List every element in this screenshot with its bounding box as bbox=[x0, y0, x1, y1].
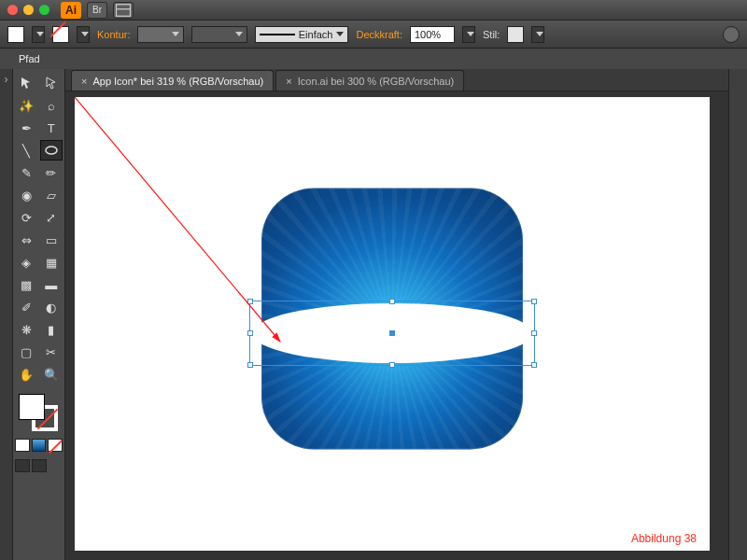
stroke-dropdown[interactable] bbox=[77, 26, 90, 43]
document-tabs: × App Icon* bei 319 % (RGB/Vorschau) × I… bbox=[65, 69, 728, 91]
tab-label: Icon.ai bei 300 % (RGB/Vorschau) bbox=[298, 76, 455, 87]
center-handle[interactable] bbox=[389, 330, 395, 336]
type-tool[interactable]: T bbox=[40, 118, 63, 138]
normal-screen-mode[interactable] bbox=[15, 459, 30, 472]
hand-tool[interactable]: ✋ bbox=[15, 364, 38, 385]
panel-expand-strip[interactable]: › bbox=[0, 69, 13, 560]
line-tool[interactable]: ╲ bbox=[15, 140, 38, 161]
gradient-mode[interactable] bbox=[32, 439, 47, 452]
close-window-button[interactable] bbox=[7, 5, 18, 15]
fill-stroke-indicator[interactable] bbox=[15, 392, 62, 433]
magic-wand-tool[interactable]: ✨ bbox=[15, 95, 38, 116]
resize-handle[interactable] bbox=[531, 362, 537, 368]
resize-handle[interactable] bbox=[247, 299, 253, 304]
stroke-preview-icon bbox=[260, 34, 294, 35]
full-screen-mode[interactable] bbox=[32, 459, 47, 472]
blob-brush-tool[interactable]: ◉ bbox=[15, 185, 38, 205]
tools-panel: ✨ ⌕ ✒ T ╲ ✎ ✏ ◉ ▱ ⟳ ⤢ ⇔ ▭ ◈ ▦ bbox=[13, 69, 65, 560]
none-mode[interactable] bbox=[48, 439, 63, 452]
rotate-tool[interactable]: ⟳ bbox=[15, 207, 38, 228]
color-mode[interactable] bbox=[15, 439, 30, 452]
pen-tool[interactable]: ✒ bbox=[15, 118, 38, 138]
stroke-label: Kontur: bbox=[97, 29, 130, 40]
fill-swatch[interactable] bbox=[7, 26, 24, 43]
svg-point-2 bbox=[46, 147, 57, 154]
artboard-tool[interactable]: ▢ bbox=[15, 342, 38, 362]
perspective-grid-tool[interactable]: ▦ bbox=[40, 252, 63, 273]
shape-builder-tool[interactable]: ◈ bbox=[15, 252, 38, 273]
blend-tool[interactable]: ◐ bbox=[40, 297, 63, 317]
gradient-tool[interactable]: ▬ bbox=[40, 274, 63, 295]
eraser-tool[interactable]: ▱ bbox=[40, 185, 63, 205]
pencil-tool[interactable]: ✏ bbox=[40, 162, 63, 183]
eyedropper-tool[interactable]: ✐ bbox=[15, 297, 38, 317]
chevron-right-icon: › bbox=[5, 73, 8, 86]
mesh-tool[interactable]: ▩ bbox=[15, 274, 38, 295]
resize-handle[interactable] bbox=[531, 330, 537, 336]
slice-tool[interactable]: ✂ bbox=[40, 342, 63, 362]
selection-tool[interactable] bbox=[15, 73, 38, 93]
scale-tool[interactable]: ⤢ bbox=[40, 207, 63, 228]
close-tab-icon[interactable]: × bbox=[81, 76, 87, 87]
stroke-width-profile[interactable] bbox=[191, 26, 247, 43]
tab-label: App Icon* bei 319 % (RGB/Vorschau) bbox=[92, 76, 263, 87]
sync-settings-icon[interactable] bbox=[723, 26, 740, 43]
width-tool[interactable]: ⇔ bbox=[15, 230, 38, 250]
control-bar: Kontur: Einfach Deckkraft: 100% Stil: bbox=[0, 21, 747, 49]
brush-definition[interactable]: Einfach bbox=[255, 26, 348, 43]
selection-bounding-box[interactable] bbox=[249, 301, 535, 366]
zoom-window-button[interactable] bbox=[39, 5, 49, 15]
window-titlebar: Ai Br bbox=[0, 0, 747, 21]
minimize-window-button[interactable] bbox=[23, 5, 34, 15]
fill-indicator[interactable] bbox=[19, 394, 45, 420]
ellipse-tool[interactable] bbox=[40, 140, 63, 161]
stroke-weight-input[interactable] bbox=[137, 26, 184, 43]
bridge-button[interactable]: Br bbox=[87, 2, 107, 19]
screen-modes bbox=[15, 459, 63, 472]
document-tab-inactive[interactable]: × Icon.ai bei 300 % (RGB/Vorschau) bbox=[275, 70, 464, 91]
layout-menu-button[interactable] bbox=[113, 2, 134, 19]
document-area: × App Icon* bei 319 % (RGB/Vorschau) × I… bbox=[65, 69, 728, 560]
column-graph-tool[interactable]: ▮ bbox=[40, 319, 63, 340]
opacity-input[interactable]: 100% bbox=[410, 26, 455, 43]
color-modes bbox=[15, 439, 63, 452]
opacity-label: Deckkraft: bbox=[356, 29, 402, 40]
resize-handle[interactable] bbox=[247, 362, 253, 368]
right-panel-rail[interactable] bbox=[728, 69, 747, 560]
paintbrush-tool[interactable]: ✎ bbox=[15, 162, 38, 183]
symbol-sprayer-tool[interactable]: ❋ bbox=[15, 319, 38, 340]
canvas[interactable]: Abbildung 38 bbox=[65, 91, 728, 560]
figure-caption: Abbildung 38 bbox=[631, 532, 697, 545]
object-type-label: Pfad bbox=[0, 49, 747, 69]
svg-rect-0 bbox=[117, 4, 131, 16]
lasso-tool[interactable]: ⌕ bbox=[40, 95, 63, 116]
resize-handle[interactable] bbox=[389, 299, 395, 304]
graphic-style-swatch[interactable] bbox=[507, 26, 524, 43]
resize-handle[interactable] bbox=[247, 330, 253, 336]
stroke-swatch[interactable] bbox=[52, 26, 69, 43]
style-label: Stil: bbox=[483, 29, 500, 40]
direct-selection-tool[interactable] bbox=[40, 73, 63, 93]
close-tab-icon[interactable]: × bbox=[286, 76, 291, 87]
opacity-value: 100% bbox=[415, 29, 441, 40]
brush-label: Einfach bbox=[299, 29, 333, 40]
artboard: Abbildung 38 bbox=[75, 97, 710, 551]
style-dropdown[interactable] bbox=[531, 26, 544, 43]
free-transform-tool[interactable]: ▭ bbox=[40, 230, 63, 250]
fill-dropdown[interactable] bbox=[32, 26, 45, 43]
window-controls bbox=[7, 5, 49, 15]
resize-handle[interactable] bbox=[389, 362, 395, 368]
opacity-dropdown[interactable] bbox=[462, 26, 475, 43]
zoom-tool[interactable]: 🔍 bbox=[40, 364, 63, 385]
resize-handle[interactable] bbox=[531, 299, 537, 304]
document-tab-active[interactable]: × App Icon* bei 319 % (RGB/Vorschau) bbox=[71, 70, 274, 91]
app-logo-icon: Ai bbox=[61, 2, 81, 19]
